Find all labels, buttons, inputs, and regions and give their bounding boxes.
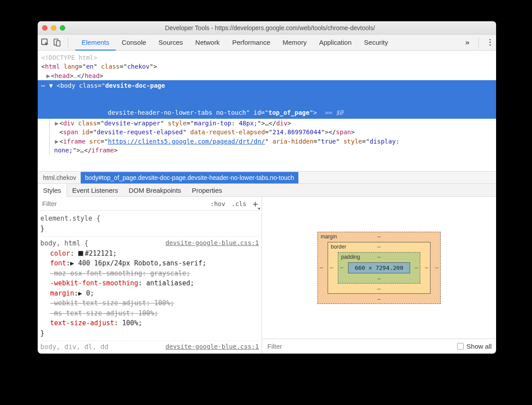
zoom-window-button[interactable]	[60, 25, 65, 31]
subtab-event-listeners[interactable]: Event Listeners	[67, 184, 123, 197]
bm-padding-label: padding	[341, 254, 360, 260]
tab-sources[interactable]: Sources	[153, 35, 189, 50]
svg-rect-2	[56, 41, 60, 46]
dom-head[interactable]: ▶<head>…</head>	[41, 71, 493, 80]
cls-toggle[interactable]: .cls	[231, 200, 246, 207]
dom-html[interactable]: <html lang="en" class="chekov">	[41, 62, 493, 71]
close-window-button[interactable]	[42, 25, 47, 31]
subtab-styles[interactable]: Styles	[38, 184, 67, 197]
devtools-window: Developer Tools - https://developers.goo…	[38, 21, 496, 354]
styles-filter-row: :hov .cls +	[38, 197, 262, 211]
toolbar-divider	[68, 38, 68, 47]
prop-webkit-tsa[interactable]: -webkit-text-size-adjust: 100%;	[40, 298, 259, 308]
styles-filter-input[interactable]	[41, 199, 103, 208]
minimize-window-button[interactable]	[51, 25, 56, 31]
tab-console[interactable]: Console	[116, 35, 153, 50]
show-all-label: Show all	[466, 343, 492, 350]
computed-pane: margin – – – – border – – – – padding –	[262, 197, 496, 354]
overflow-tabs-icon[interactable]: »	[466, 38, 469, 47]
show-all-checkbox[interactable]	[457, 343, 464, 350]
computed-filter-input[interactable]	[266, 342, 329, 350]
window-title: Developer Tools - https://developers.goo…	[70, 24, 492, 31]
rule-element-style[interactable]: element.style { }	[40, 213, 259, 237]
subtab-dom-breakpoints[interactable]: DOM Breakpoints	[123, 184, 186, 197]
sidebar-tabs: Styles Event Listeners DOM Breakpoints P…	[38, 183, 496, 197]
tab-memory[interactable]: Memory	[277, 35, 313, 50]
bm-content-dimensions: 660 × 7294.200	[348, 262, 410, 273]
tab-elements[interactable]: Elements	[75, 35, 116, 51]
panel-tabs: Elements Console Sources Network Perform…	[75, 35, 394, 50]
main-toolbar: Elements Console Sources Network Perform…	[38, 35, 496, 51]
dom-doctype[interactable]: <!DOCTYPE html>	[41, 53, 493, 62]
titlebar: Developer Tools - https://developers.goo…	[38, 21, 496, 35]
prop-ms-tsa[interactable]: -ms-text-size-adjust: 100%;	[40, 308, 259, 319]
bm-margin-label: margin	[321, 234, 337, 240]
traffic-lights	[42, 25, 65, 31]
box-model[interactable]: margin – – – – border – – – – padding –	[262, 197, 496, 339]
lower-panes: :hov .cls + element.style { } body, html…	[38, 197, 496, 354]
rule-body-html[interactable]: body, html { devsite-google-blue.css:1 c…	[40, 238, 259, 341]
prop-moz-smoothing[interactable]: -moz-osx-font-smoothing: grayscale;	[40, 269, 259, 279]
tab-performance[interactable]: Performance	[226, 35, 277, 50]
toolbar-divider	[478, 38, 479, 47]
rule-source-link[interactable]: devsite-google-blue.css:1	[165, 238, 259, 249]
dom-div-wrapper[interactable]: ▶<div class="devsite-wrapper" style="mar…	[54, 119, 493, 128]
dom-breadcrumb: html.chekov body#top_of_page.devsite-doc…	[38, 171, 496, 183]
prop-tsa[interactable]: text-size-adjust: 100%;	[40, 318, 259, 328]
prop-font[interactable]: font:▶ 400 16px/24px Roboto,sans-serif;	[40, 258, 259, 269]
dom-iframe-cont[interactable]: none;">…</iframe>	[54, 146, 493, 155]
tab-security[interactable]: Security	[358, 35, 394, 50]
styles-pane: :hov .cls + element.style { } body, html…	[38, 197, 262, 354]
prop-color[interactable]: color: #212121;	[40, 249, 259, 259]
computed-filter-row: Show all	[262, 339, 496, 354]
rule-cutoff[interactable]: body, div, dl, dd devsite-google-blue.cs…	[40, 342, 259, 352]
settings-menu-icon[interactable]	[488, 37, 493, 47]
styles-rules[interactable]: element.style { } body, html { devsite-g…	[38, 211, 262, 354]
device-toggle-icon[interactable]	[54, 39, 61, 47]
bm-border-label: border	[331, 244, 346, 250]
dom-span-elapsed[interactable]: <span id="devsite-request-elapsed" data-…	[54, 128, 493, 136]
breadcrumb-html[interactable]: html.chekov	[39, 172, 81, 183]
inspect-element-icon[interactable]	[41, 39, 49, 47]
hov-toggle[interactable]: :hov	[211, 200, 226, 207]
breadcrumb-body[interactable]: body#top_of_page.devsite-doc-page.devsit…	[81, 172, 299, 183]
tab-application[interactable]: Application	[313, 35, 358, 50]
prop-margin[interactable]: margin:▶ 0;	[40, 288, 259, 299]
tab-network[interactable]: Network	[189, 35, 226, 50]
dom-iframe[interactable]: ▶<iframe src="https://clients5.google.co…	[54, 137, 493, 146]
new-style-rule-button[interactable]: +	[253, 199, 258, 208]
subtab-properties[interactable]: Properties	[187, 184, 227, 197]
dom-body-selected[interactable]: ⋯ ▼ <body class="devsite-doc-page devsit…	[38, 80, 496, 119]
prop-webkit-smoothing[interactable]: -webkit-font-smoothing: antialiased;	[40, 278, 259, 288]
dom-tree[interactable]: <!DOCTYPE html> <html lang="en" class="c…	[38, 51, 496, 171]
